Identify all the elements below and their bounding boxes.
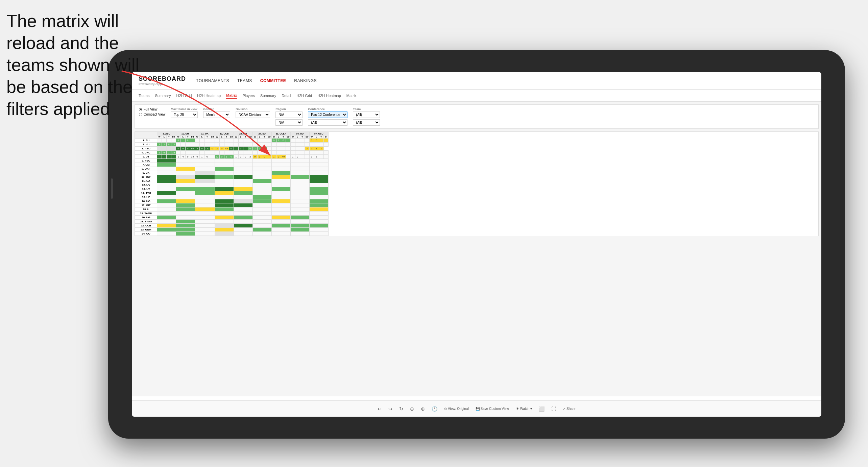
cell bbox=[157, 163, 176, 167]
division-select[interactable]: NCAA Division I bbox=[236, 112, 270, 118]
share-button[interactable]: ↗ Share bbox=[563, 407, 575, 411]
cell bbox=[219, 143, 224, 147]
cell bbox=[271, 167, 290, 171]
cell: 0 bbox=[252, 155, 257, 159]
cell bbox=[195, 199, 215, 203]
row-label-uaf: 8. UAF bbox=[135, 167, 157, 171]
table-row: 4. UNC 1 0 1 38 bbox=[135, 151, 329, 155]
zoom-in-button[interactable]: ⊕ bbox=[421, 406, 425, 412]
refresh-button[interactable]: ↻ bbox=[399, 406, 403, 412]
cell: 1 bbox=[314, 147, 319, 151]
nav-rankings[interactable]: RANKINGS bbox=[294, 77, 317, 84]
cell bbox=[195, 171, 215, 175]
sub-t-uo: T bbox=[243, 136, 248, 139]
cell bbox=[290, 187, 309, 191]
conference-select[interactable]: Pac-12 Conference bbox=[308, 112, 347, 118]
cell: 1 bbox=[167, 151, 171, 155]
cell: 1 bbox=[309, 139, 314, 143]
nav-committee[interactable]: COMMITTEE bbox=[260, 77, 286, 84]
cell bbox=[234, 220, 252, 224]
zoom-out-button[interactable]: ⊖ bbox=[410, 406, 414, 412]
cell: 0 bbox=[243, 155, 248, 159]
table-row: 12. UV bbox=[135, 183, 329, 187]
cell bbox=[195, 159, 215, 163]
row-label-uw10: 10. UW bbox=[135, 175, 157, 179]
clock-button[interactable]: 🕐 bbox=[432, 406, 437, 412]
sub-nav-players[interactable]: Players bbox=[242, 93, 255, 98]
cell bbox=[215, 175, 234, 179]
conference-select2[interactable]: (All) bbox=[308, 119, 347, 126]
fullscreen-button[interactable]: ⛶ bbox=[551, 406, 556, 412]
cell bbox=[234, 212, 252, 216]
cell bbox=[195, 183, 215, 187]
cell: 80 bbox=[262, 147, 267, 151]
cell bbox=[234, 216, 252, 220]
sub-nav-detail[interactable]: Detail bbox=[282, 93, 291, 98]
sub-nav-h2h-heatmap[interactable]: H2H Heatmap bbox=[197, 93, 221, 98]
sub-nav-h2h-grid2[interactable]: H2H Grid bbox=[296, 93, 312, 98]
cell bbox=[176, 159, 195, 163]
sub-l-su: L bbox=[257, 136, 262, 139]
team-select2[interactable]: (All) bbox=[353, 119, 380, 126]
cell bbox=[290, 203, 309, 207]
cell bbox=[305, 151, 309, 155]
share-screen-button[interactable]: ⬜ bbox=[539, 406, 545, 412]
sub-nav-matrix2[interactable]: Matrix bbox=[346, 93, 357, 98]
redo-button[interactable]: ↪ bbox=[388, 406, 392, 412]
undo-icon: ↩ bbox=[378, 406, 382, 412]
fullscreen-icon: ⛶ bbox=[551, 406, 556, 412]
sub-nav-matrix[interactable]: Matrix bbox=[226, 93, 237, 99]
sub-nav-h2h-grid[interactable]: H2H Grid bbox=[176, 93, 192, 98]
cell bbox=[309, 159, 328, 163]
clock-icon: 🕐 bbox=[432, 406, 437, 412]
row-label-ut13: 13. UT bbox=[135, 187, 157, 191]
cell bbox=[176, 216, 195, 220]
col-header-uo: 24. UO bbox=[234, 132, 252, 136]
cell bbox=[309, 183, 328, 187]
undo-button[interactable]: ↩ bbox=[378, 406, 382, 412]
region-select2[interactable]: N/A bbox=[275, 119, 303, 126]
cell bbox=[305, 155, 309, 159]
watch-button[interactable]: 👁 Watch ▾ bbox=[516, 407, 532, 411]
save-custom-view-button[interactable]: 💾 Save Custom View bbox=[476, 407, 509, 411]
sub-nav-summary[interactable]: Summary bbox=[155, 93, 171, 98]
region-select[interactable]: N/A bbox=[275, 112, 303, 118]
nav-tournaments[interactable]: TOURNAMENTS bbox=[196, 77, 229, 84]
table-row: 7. UM bbox=[135, 163, 329, 167]
cell bbox=[271, 147, 276, 151]
cell bbox=[186, 143, 190, 147]
cell: 2 bbox=[314, 155, 319, 159]
cell bbox=[252, 224, 271, 228]
cell bbox=[271, 212, 290, 216]
cell bbox=[219, 139, 224, 143]
cell bbox=[157, 155, 162, 159]
nav-teams[interactable]: TEAMS bbox=[237, 77, 252, 84]
cell bbox=[238, 139, 243, 143]
cell: 0 bbox=[309, 155, 314, 159]
cell bbox=[243, 143, 248, 147]
cell bbox=[176, 187, 195, 191]
share-label: ↗ Share bbox=[563, 407, 575, 411]
table-row: 1. AU 0 1 0 bbox=[135, 139, 329, 143]
watch-label: 👁 Watch ▾ bbox=[516, 407, 532, 411]
cell bbox=[215, 228, 234, 232]
sub-nav-h2h-heatmap2[interactable]: H2H Heatmap bbox=[317, 93, 341, 98]
cell bbox=[157, 212, 176, 216]
team-select[interactable]: (All) bbox=[353, 112, 380, 118]
sub-nav-summary2[interactable]: Summary bbox=[260, 93, 276, 98]
table-row: 18. U bbox=[135, 207, 329, 212]
cell bbox=[290, 216, 309, 220]
cell bbox=[309, 228, 328, 232]
max-teams-select[interactable]: Top 25 bbox=[171, 112, 198, 118]
row-label-vu: 2. VU bbox=[135, 143, 157, 147]
cell bbox=[271, 159, 290, 163]
cell bbox=[204, 151, 210, 155]
cell bbox=[309, 216, 328, 220]
row-label-ua9: 9. UA bbox=[135, 171, 157, 175]
sub-w-osu: W bbox=[309, 136, 314, 139]
gender-select[interactable]: Men's bbox=[203, 112, 230, 118]
cell bbox=[229, 151, 234, 155]
cell: 0 bbox=[162, 151, 167, 155]
view-original-button[interactable]: ⊙ View: Original bbox=[444, 407, 468, 411]
cell: 0 bbox=[281, 139, 286, 143]
